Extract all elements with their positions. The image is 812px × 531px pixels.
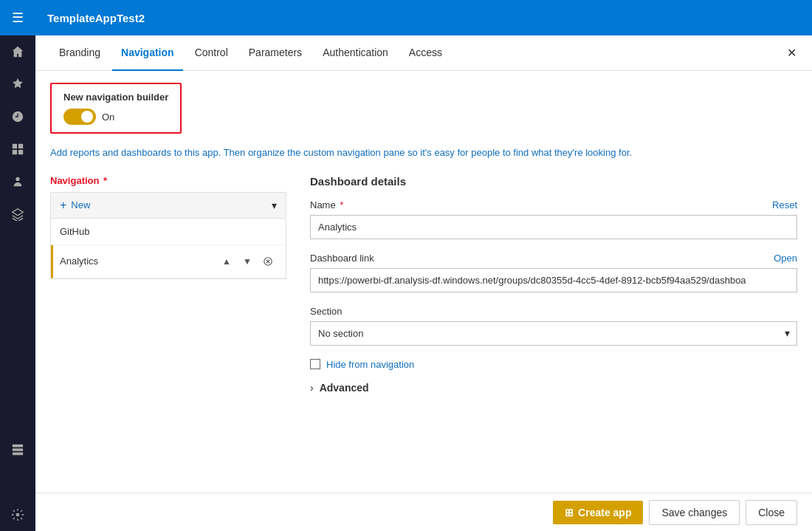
nav-list-container: + New ▾ GitHub Analytics bbox=[50, 192, 286, 279]
svg-point-4 bbox=[16, 177, 19, 181]
advanced-row[interactable]: › Advanced bbox=[310, 382, 797, 394]
advanced-label: Advanced bbox=[320, 382, 369, 394]
tab-control[interactable]: Control bbox=[186, 35, 237, 71]
save-changes-button[interactable]: Save changes bbox=[649, 500, 740, 525]
details-panel: Dashboard details Name * Reset bbox=[310, 175, 797, 394]
section-select-wrapper: No section ▾ bbox=[310, 321, 797, 346]
svg-rect-2 bbox=[13, 150, 17, 154]
svg-rect-6 bbox=[13, 448, 23, 451]
hide-nav-label: Hide from navigation bbox=[326, 359, 414, 370]
nav-item-analytics[interactable]: Analytics ▲ ▼ bbox=[51, 245, 286, 278]
nav-builder-toggle[interactable] bbox=[63, 109, 96, 125]
nav-item-actions: ▲ ▼ bbox=[218, 253, 277, 270]
hide-nav-checkbox[interactable] bbox=[310, 359, 320, 369]
new-button-left: + New bbox=[60, 199, 90, 212]
svg-rect-7 bbox=[13, 453, 23, 456]
main-area: TemplateAppTest2 Branding Navigation Con… bbox=[35, 0, 812, 531]
dashboard-link-field-label: Dashboard link Open bbox=[310, 253, 797, 264]
content: Branding Navigation Control Parameters A… bbox=[35, 35, 812, 531]
sidebar-learn[interactable] bbox=[0, 198, 35, 230]
name-label-text: Name * bbox=[310, 199, 343, 210]
tab-authentication[interactable]: Authentication bbox=[314, 35, 397, 71]
new-button-row[interactable]: + New ▾ bbox=[51, 193, 286, 219]
svg-point-8 bbox=[16, 513, 20, 517]
two-col-layout: Navigation * + New ▾ Gi bbox=[50, 175, 797, 394]
create-icon: ⊞ bbox=[565, 507, 574, 518]
nav-panel: Navigation * + New ▾ Gi bbox=[50, 175, 286, 394]
sidebar-favorites[interactable] bbox=[0, 68, 35, 100]
details-title: Dashboard details bbox=[310, 175, 797, 188]
footer: ⊞ Create app Save changes Close bbox=[35, 493, 812, 531]
sidebar-people[interactable] bbox=[0, 165, 35, 198]
nav-item-github[interactable]: GitHub bbox=[51, 219, 286, 245]
section-field-group: Section No section ▾ bbox=[310, 306, 797, 346]
toggle-row: On bbox=[63, 109, 168, 125]
tab-access[interactable]: Access bbox=[400, 35, 451, 71]
sidebar: ☰ bbox=[0, 0, 35, 531]
dashboard-link-open-link[interactable]: Open bbox=[774, 253, 797, 264]
sidebar-create[interactable] bbox=[0, 466, 35, 499]
plus-icon: + bbox=[60, 199, 66, 212]
info-text: Add reports and dashboards to this app. … bbox=[50, 145, 797, 160]
name-field-group: Name * Reset bbox=[310, 199, 797, 239]
move-down-button[interactable]: ▼ bbox=[238, 253, 256, 270]
hamburger-icon[interactable]: ☰ bbox=[12, 10, 24, 26]
svg-rect-5 bbox=[13, 445, 23, 448]
close-tab-icon[interactable]: ✕ bbox=[782, 44, 800, 62]
svg-rect-3 bbox=[18, 150, 23, 154]
tab-navigation[interactable]: Navigation bbox=[112, 35, 183, 71]
toggle-thumb bbox=[81, 111, 93, 123]
delete-item-button[interactable] bbox=[259, 253, 277, 270]
section-field-label: Section bbox=[310, 306, 797, 317]
sidebar-settings[interactable] bbox=[0, 499, 35, 531]
name-reset-link[interactable]: Reset bbox=[772, 199, 797, 210]
new-button-label: New bbox=[71, 199, 90, 210]
sidebar-workspaces[interactable] bbox=[0, 434, 35, 466]
svg-rect-1 bbox=[18, 144, 23, 148]
nav-builder-label: New navigation builder bbox=[63, 92, 168, 103]
dashboard-link-label-text: Dashboard link bbox=[310, 253, 374, 264]
hide-nav-checkbox-row[interactable]: Hide from navigation bbox=[310, 359, 797, 370]
sidebar-apps[interactable] bbox=[0, 133, 35, 165]
close-button[interactable]: Close bbox=[746, 500, 797, 525]
name-input[interactable] bbox=[310, 215, 797, 239]
body-content: New navigation builder On Add reports an… bbox=[35, 71, 812, 493]
sidebar-header[interactable]: ☰ bbox=[0, 0, 35, 35]
nav-builder-box: New navigation builder On bbox=[50, 83, 182, 134]
toggle-on-label: On bbox=[102, 112, 114, 123]
section-label-text: Section bbox=[310, 306, 342, 317]
name-field-label: Name * Reset bbox=[310, 199, 797, 210]
create-app-button[interactable]: ⊞ Create app bbox=[553, 501, 643, 524]
sidebar-recent[interactable] bbox=[0, 100, 35, 133]
tab-bar: Branding Navigation Control Parameters A… bbox=[35, 35, 812, 71]
section-select[interactable]: No section bbox=[310, 321, 797, 346]
dashboard-link-field-group: Dashboard link Open bbox=[310, 253, 797, 292]
chevron-down-icon: ▾ bbox=[272, 199, 277, 211]
advanced-chevron-icon: › bbox=[310, 382, 314, 394]
topbar: TemplateAppTest2 bbox=[35, 0, 812, 35]
app-title: TemplateAppTest2 bbox=[47, 12, 145, 24]
tab-branding[interactable]: Branding bbox=[50, 35, 109, 71]
sidebar-home[interactable] bbox=[0, 35, 35, 68]
svg-rect-0 bbox=[13, 144, 17, 148]
dashboard-link-input[interactable] bbox=[310, 268, 797, 292]
move-up-button[interactable]: ▲ bbox=[218, 253, 235, 270]
tab-parameters[interactable]: Parameters bbox=[240, 35, 311, 71]
nav-panel-label: Navigation * bbox=[50, 175, 286, 186]
